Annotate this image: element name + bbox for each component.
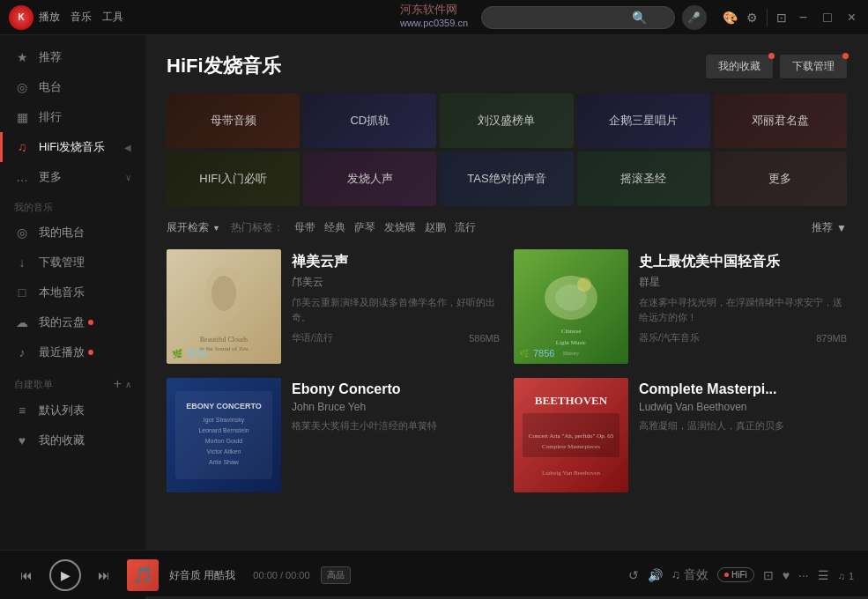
search-input[interactable]	[491, 11, 632, 24]
sidebar-item-hifi[interactable]: ♫ HiFi发烧音乐 ◀	[0, 132, 145, 162]
desktop-icon[interactable]: ⊡	[763, 568, 774, 582]
player-controls: ⏮ ▶ ⏭	[14, 559, 116, 591]
list-icon: ≡	[14, 403, 30, 418]
album-genre-china: 器乐/汽车音乐	[639, 331, 700, 344]
category-liu-charts[interactable]: 刘汉盛榜单	[440, 93, 573, 148]
window-controls: 🎨 ⚙ ⊡ − □ ×	[723, 9, 859, 26]
category-mothertape[interactable]: 母带音频	[167, 93, 300, 148]
sidebar-item-rank[interactable]: ▦ 排行	[0, 102, 145, 132]
mic-button[interactable]: 🎤	[682, 5, 707, 30]
category-cd-rip[interactable]: CD抓轨	[303, 93, 436, 148]
album-size-zen: 586MB	[469, 333, 500, 344]
album-meta-china: 器乐/汽车音乐 879MB	[639, 331, 847, 344]
sidebar-item-default-list[interactable]: ≡ 默认列表	[0, 396, 145, 425]
recent-dot	[88, 350, 93, 355]
svg-text:Light Music: Light Music	[556, 339, 586, 346]
settings-icon[interactable]: ⚙	[746, 11, 758, 25]
sidebar-item-more[interactable]: … 更多 ∨	[0, 162, 145, 192]
category-burning-voice[interactable]: 发烧人声	[303, 152, 436, 206]
playlist-icon[interactable]: ☰	[818, 568, 829, 582]
titlebar-menu: 播放 音乐 工具	[39, 10, 123, 25]
menu-play[interactable]: 播放	[39, 10, 60, 25]
sidebar-item-download[interactable]: ↓ 下载管理	[0, 248, 145, 277]
more-toggle[interactable]: ∨	[125, 173, 131, 182]
repeat-icon[interactable]: ↺	[628, 568, 639, 582]
album-badge-zen: 🌿 4925	[172, 348, 207, 359]
maximize-button[interactable]: □	[820, 10, 835, 26]
download-manager-button[interactable]: 下载管理	[780, 55, 847, 78]
skin-icon[interactable]: 🎨	[723, 11, 738, 25]
svg-text:Artie Shaw: Artie Shaw	[209, 459, 240, 465]
hot-tags-label: 热门标签：	[231, 220, 284, 235]
main-layout: ★ 推荐 ◎ 电台 ▦ 排行 ♫ HiFi发烧音乐 ◀ … 更多 ∨ 我的音乐 …	[0, 35, 868, 550]
album-china-light[interactable]: Chinese Light Music History 🌿 7856 史上最优美…	[514, 249, 847, 364]
album-desc-zen: 邝美云重新演绎及朗读多首佛学名作，好听的出奇。	[292, 295, 500, 324]
sidebar-item-radio[interactable]: ◎ 电台	[0, 72, 145, 102]
album-desc-china: 在迷雾中寻找光明，在浮躁情绪中寻求安宁，送给远方的你！	[639, 295, 847, 324]
filter-expand-button[interactable]: 展开检索 ▼	[167, 220, 220, 235]
cast-icon[interactable]: ⊡	[776, 11, 787, 25]
hifi-dot	[724, 573, 729, 577]
tag-mothertape[interactable]: 母带	[294, 220, 315, 235]
album-info-zen: 禅美云声 邝美云 邝美云重新演绎及朗读多首佛学名作，好听的出奇。 华语/流行 5…	[292, 249, 500, 364]
player-track-info: 好音质 用酷我	[169, 566, 235, 583]
album-zen-music[interactable]: Beautiful Clouds in the Sound of Zen 🌿 4…	[167, 249, 500, 364]
sidebar-item-my-radio[interactable]: ◎ 我的电台	[0, 218, 145, 248]
playlist-toggle[interactable]: ∧	[125, 380, 131, 389]
search-icon[interactable]: 🔍	[632, 11, 647, 25]
like-icon[interactable]: ♥	[783, 568, 790, 582]
category-hifi-intro[interactable]: HIFI入门必听	[167, 152, 300, 206]
quality-badge[interactable]: 高品	[321, 566, 351, 584]
app-logo: K	[9, 5, 33, 30]
tag-pop[interactable]: 流行	[455, 220, 476, 235]
sidebar-item-cloud[interactable]: ☁ 我的云盘	[0, 307, 145, 337]
heart-icon: ♥	[14, 433, 30, 448]
album-beethoven[interactable]: BEETHOVEN Concert Aria "Ah, perfido" Op.…	[514, 378, 847, 492]
sidebar-item-recent[interactable]: ♪ 最近播放	[0, 337, 145, 367]
category-rock-bible[interactable]: 摇滚圣经	[577, 152, 710, 206]
sidebar-item-my-favorites[interactable]: ♥ 我的收藏	[0, 425, 145, 455]
page-title: HiFi发烧音乐	[167, 53, 281, 79]
svg-text:Morton Gould: Morton Gould	[205, 438, 243, 444]
tag-classic[interactable]: 经典	[324, 220, 345, 235]
tag-hifi-disc[interactable]: 发烧碟	[384, 220, 416, 235]
minimize-button[interactable]: −	[796, 10, 811, 26]
player-thumbnail: 🎵	[127, 559, 159, 591]
svg-text:Ludwig Van Beethoven: Ludwig Van Beethoven	[542, 470, 600, 477]
titlebar-search: 🔍 🎤 🎨 ⚙ ⊡ − □ ×	[481, 5, 859, 30]
sort-button[interactable]: 推荐 ▼	[812, 220, 847, 235]
category-tas-sound[interactable]: TAS绝对的声音	[440, 152, 573, 206]
album-ebony-concerto[interactable]: EBONY CONCERTO Igor Stravinsky Leonard B…	[167, 378, 500, 492]
tag-violin[interactable]: 萨琴	[354, 220, 375, 235]
next-button[interactable]: ⏭	[92, 563, 116, 588]
category-penguin[interactable]: 企鹅三星唱片	[577, 93, 710, 148]
close-button[interactable]: ×	[844, 10, 859, 26]
my-favorites-button[interactable]: 我的收藏	[706, 55, 773, 78]
sidebar-item-recommend[interactable]: ★ 推荐	[0, 42, 145, 72]
menu-music[interactable]: 音乐	[70, 10, 92, 25]
sound-effect-icon[interactable]: ♫ 音效	[671, 567, 708, 583]
hifi-badge[interactable]: HiFi	[717, 567, 754, 582]
album-badge-china: 🌿 7856	[519, 348, 554, 359]
menu-tools[interactable]: 工具	[102, 10, 123, 25]
favorites-dot	[768, 53, 775, 59]
radio-icon: ◎	[14, 79, 30, 95]
category-more[interactable]: 更多	[714, 152, 847, 206]
svg-text:Leonard Bernstein: Leonard Bernstein	[198, 427, 249, 433]
play-button[interactable]: ▶	[49, 559, 81, 591]
prev-button[interactable]: ⏮	[14, 563, 39, 588]
tag-zhaopeng[interactable]: 赵鹏	[425, 220, 446, 235]
svg-text:EBONY CONCERTO: EBONY CONCERTO	[186, 402, 262, 410]
volume-icon[interactable]: 🔊	[648, 568, 663, 582]
player-time: 00:00 / 00:00	[253, 570, 309, 581]
search-box[interactable]: 🔍	[481, 6, 675, 29]
hifi-arrow: ◀	[124, 143, 131, 152]
category-deng-lijun[interactable]: 邓丽君名盘	[714, 93, 847, 148]
sidebar-item-local[interactable]: □ 本地音乐	[0, 277, 145, 307]
add-playlist-button[interactable]: +	[114, 376, 122, 392]
svg-text:Concert Aria "Ah, perfido" Op.: Concert Aria "Ah, perfido" Op. 65	[529, 433, 614, 440]
album-meta-zen: 华语/流行 586MB	[292, 331, 500, 344]
download-leaf-icon: 🌿	[172, 349, 182, 359]
more-options-icon[interactable]: ···	[798, 568, 809, 582]
svg-text:Igor Stravinsky: Igor Stravinsky	[204, 417, 245, 424]
